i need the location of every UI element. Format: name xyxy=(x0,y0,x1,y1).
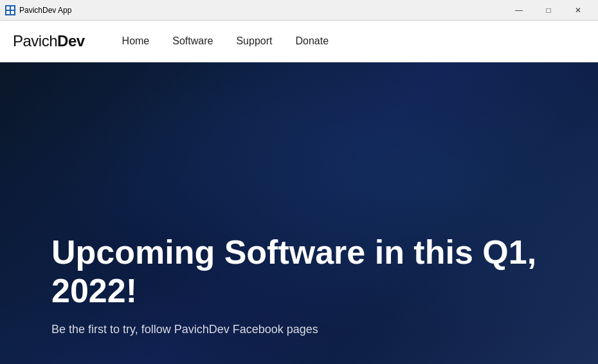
nav-item-software[interactable]: Software xyxy=(161,21,224,62)
hero-section: Upcoming Software in this Q1, 2022! Be t… xyxy=(0,62,598,364)
window-controls: — □ ✕ xyxy=(504,0,593,21)
hero-subtitle: Be the first to try, follow PavichDev Fa… xyxy=(51,321,547,338)
browser-content: ▲ ▼ PavichDev Home Software Support Dona… xyxy=(0,21,598,364)
hero-title: Upcoming Software in this Q1, 2022! xyxy=(51,233,547,311)
svg-rect-3 xyxy=(6,11,10,14)
window-app-icon xyxy=(5,5,15,15)
window-title-text: PavichDev App xyxy=(19,6,504,15)
minimize-button[interactable]: — xyxy=(504,0,534,21)
window-titlebar: PavichDev App — □ ✕ xyxy=(0,0,598,21)
nav-item-support[interactable]: Support xyxy=(224,21,284,62)
brand-second: Dev xyxy=(57,32,85,50)
close-button[interactable]: ✕ xyxy=(563,0,593,21)
svg-rect-2 xyxy=(11,6,14,10)
svg-rect-4 xyxy=(11,11,14,14)
nav-item-donate[interactable]: Donate xyxy=(284,21,340,62)
hero-content: Upcoming Software in this Q1, 2022! Be t… xyxy=(51,233,547,338)
brand-first: Pavich xyxy=(13,32,57,50)
svg-rect-1 xyxy=(6,6,10,10)
nav-item-home[interactable]: Home xyxy=(111,21,161,62)
nav-menu: Home Software Support Donate xyxy=(111,21,340,62)
maximize-button[interactable]: □ xyxy=(534,0,563,21)
navbar: PavichDev Home Software Support Donate xyxy=(0,21,598,62)
brand-logo[interactable]: PavichDev xyxy=(13,32,85,50)
